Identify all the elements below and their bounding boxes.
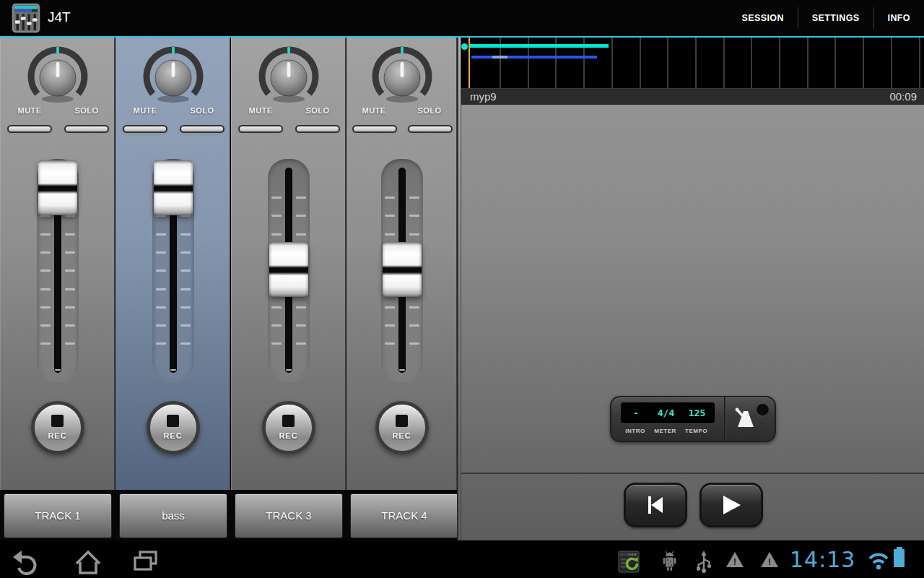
fader-tick	[65, 269, 75, 272]
menu-info[interactable]: INFO	[874, 0, 924, 36]
knob-tick-icon	[401, 47, 404, 53]
intro-value[interactable]: -	[622, 403, 650, 423]
menu-settings[interactable]: SETTINGS	[798, 0, 873, 36]
fader-tick	[296, 233, 306, 236]
rec-arm-button[interactable]: REC	[31, 401, 84, 454]
fader-tick	[385, 306, 395, 309]
fader-tick	[271, 324, 282, 327]
solo-button[interactable]	[295, 125, 340, 133]
solo-button[interactable]	[180, 125, 225, 133]
mute-button[interactable]	[352, 125, 397, 133]
play-icon	[722, 495, 741, 515]
bar-gridline	[611, 38, 613, 88]
timeline[interactable]	[461, 38, 924, 88]
mute-button[interactable]	[123, 125, 167, 133]
back-nav-button[interactable]	[12, 549, 43, 575]
bar-gridline	[751, 38, 752, 88]
rec-label: REC	[35, 431, 81, 440]
rec-label: REC	[266, 431, 312, 440]
fader-tick	[40, 233, 51, 236]
rec-arm-button[interactable]: REC	[375, 401, 429, 454]
bar-gridline	[695, 38, 697, 88]
fader-tick	[409, 233, 419, 236]
fader-tick	[65, 342, 75, 345]
usb-icon	[694, 551, 713, 574]
fader-tick	[65, 233, 75, 236]
tempo-value[interactable]: 125	[681, 403, 712, 423]
bar-gridline	[919, 38, 920, 88]
mute-button[interactable]	[7, 125, 52, 133]
fader-tick	[65, 251, 75, 254]
volume-fader[interactable]	[268, 159, 310, 381]
metronome-led	[757, 404, 769, 416]
knob-tick-icon	[56, 47, 59, 53]
session-name: myp9	[470, 89, 497, 105]
fader-handle[interactable]	[383, 242, 422, 297]
home-nav-button[interactable]	[72, 549, 104, 575]
knob-tick-icon	[287, 47, 290, 53]
volume-knob[interactable]	[362, 42, 442, 108]
fader-handle[interactable]	[38, 160, 77, 215]
meter-value[interactable]: 4/4	[650, 403, 681, 423]
bar-gridline	[834, 38, 836, 88]
fader-handle[interactable]	[269, 242, 308, 297]
status-clock: 14:13	[790, 547, 855, 572]
mute-label: MUTE	[116, 106, 174, 115]
battery-icon	[894, 549, 905, 567]
fader-tick	[156, 342, 166, 345]
rec-arm-button[interactable]: REC	[147, 401, 200, 454]
rec-label: REC	[150, 431, 196, 440]
track-button-2[interactable]: bass	[119, 493, 227, 538]
fader-tick	[40, 342, 51, 345]
fader-tick	[180, 233, 191, 236]
app-mixer-icon	[12, 3, 40, 33]
volume-knob[interactable]	[249, 42, 328, 108]
j4t-multitrack-app: J4T SESSION SETTINGS INFO	[0, 0, 924, 578]
audio-clip[interactable]	[470, 44, 609, 48]
mute-button[interactable]	[238, 125, 283, 133]
skip-to-start-button[interactable]	[624, 483, 687, 527]
audio-clip[interactable]	[492, 56, 507, 59]
fader-tick	[271, 233, 282, 236]
mixer-panel: MUTE SOLO REC	[0, 38, 458, 490]
fader-handle[interactable]	[154, 160, 193, 215]
warning-icon: !	[761, 552, 778, 567]
bar-gridline	[891, 38, 892, 88]
solo-button[interactable]	[64, 125, 109, 133]
transport-divider	[461, 473, 924, 474]
bar-gridline	[779, 38, 780, 88]
volume-fader[interactable]	[37, 159, 79, 381]
menu-session[interactable]: SESSION	[728, 0, 797, 36]
fader-tick	[296, 306, 306, 309]
fader-tick	[385, 215, 395, 217]
fader-tick	[40, 306, 51, 309]
fader-tick	[156, 306, 166, 309]
fader-tick	[180, 251, 191, 254]
fader-tick	[296, 324, 306, 327]
recents-nav-button[interactable]	[130, 549, 162, 575]
fader-tick	[385, 342, 395, 345]
channel-strip-4: MUTE SOLO REC	[346, 38, 457, 490]
playhead[interactable]	[468, 38, 470, 88]
metronome-toggle-button[interactable]	[725, 397, 775, 441]
channel-strip-1: MUTE SOLO REC	[0, 38, 115, 490]
record-square-icon	[51, 415, 64, 427]
solo-label: SOLO	[401, 106, 458, 115]
rec-arm-button[interactable]: REC	[262, 401, 315, 454]
record-square-icon	[396, 415, 408, 427]
track-button-3[interactable]: TRACK 3	[235, 493, 343, 538]
knob-tick-icon	[172, 47, 175, 53]
mute-label: MUTE	[345, 106, 403, 115]
volume-knob[interactable]	[18, 42, 97, 108]
fader-tick	[296, 342, 306, 345]
app-title: J4T	[48, 9, 71, 25]
track-button-4[interactable]: TRACK 4	[350, 493, 458, 538]
solo-button[interactable]	[408, 125, 453, 133]
play-button[interactable]	[699, 483, 763, 527]
volume-fader[interactable]	[152, 159, 194, 381]
track-button-1[interactable]: TRACK 1	[4, 493, 112, 538]
volume-knob[interactable]	[134, 42, 213, 108]
metronome-panel: - 4/4 125 INTRO METER TEMPO	[610, 396, 776, 442]
audio-clip[interactable]	[471, 56, 597, 59]
volume-fader[interactable]	[381, 159, 423, 381]
